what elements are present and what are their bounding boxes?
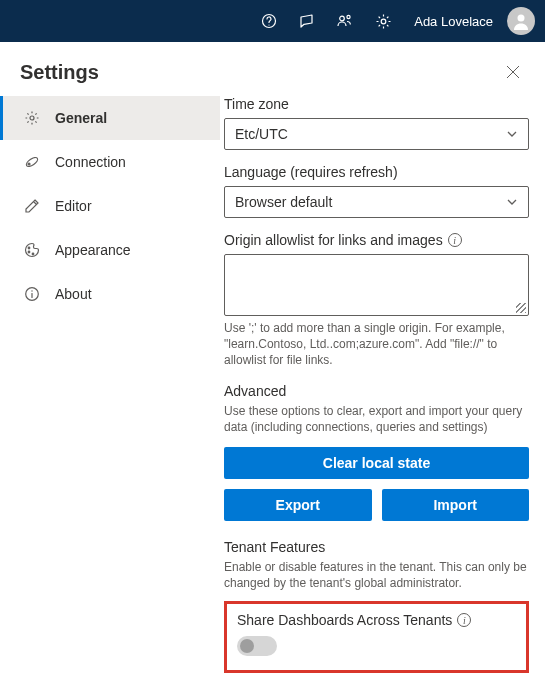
svg-point-10	[28, 251, 30, 253]
svg-point-13	[31, 290, 32, 291]
chevron-down-icon	[506, 128, 518, 140]
svg-point-5	[518, 15, 525, 22]
clear-local-state-button[interactable]: Clear local state	[224, 447, 529, 479]
info-icon	[23, 285, 41, 303]
user-name[interactable]: Ada Lovelace	[404, 14, 499, 29]
svg-point-9	[28, 247, 30, 249]
sidebar-item-label: Appearance	[55, 242, 131, 258]
svg-point-4	[381, 19, 386, 24]
origin-hint: Use ';' to add more than a single origin…	[224, 320, 529, 369]
advanced-desc: Use these options to clear, export and i…	[224, 403, 529, 435]
language-select[interactable]: Browser default	[224, 186, 529, 218]
language-label: Language (requires refresh)	[224, 164, 529, 180]
avatar[interactable]	[507, 7, 535, 35]
svg-point-1	[269, 24, 270, 25]
settings-content: Time zone Etc/UTC Language (requires ref…	[220, 92, 545, 693]
tenant-features-title: Tenant Features	[224, 539, 529, 555]
panel-header: Settings	[0, 42, 545, 92]
sidebar-item-appearance[interactable]: Appearance	[0, 228, 220, 272]
import-button[interactable]: Import	[382, 489, 530, 521]
sidebar-item-about[interactable]: About	[0, 272, 220, 316]
feedback-icon[interactable]	[290, 4, 324, 38]
sidebar-item-label: Editor	[55, 198, 92, 214]
sidebar-item-label: General	[55, 110, 107, 126]
svg-point-11	[32, 253, 34, 255]
language-value: Browser default	[235, 194, 332, 210]
origin-allowlist-input[interactable]	[224, 254, 529, 316]
sidebar-item-connection[interactable]: Connection	[0, 140, 220, 184]
chevron-down-icon	[506, 196, 518, 208]
pencil-icon	[23, 197, 41, 215]
svg-point-8	[28, 163, 30, 165]
people-icon[interactable]	[328, 4, 362, 38]
info-icon[interactable]: i	[448, 233, 462, 247]
connection-icon	[23, 153, 41, 171]
svg-point-2	[340, 16, 345, 21]
export-button[interactable]: Export	[224, 489, 372, 521]
top-bar: Ada Lovelace	[0, 0, 545, 42]
sidebar-item-label: About	[55, 286, 92, 302]
svg-point-7	[25, 156, 39, 168]
timezone-value: Etc/UTC	[235, 126, 288, 142]
settings-sidebar: General Connection Editor	[0, 92, 220, 693]
sidebar-item-general[interactable]: General	[0, 96, 220, 140]
tenant-features-desc: Enable or disable features in the tenant…	[224, 559, 529, 591]
sidebar-item-label: Connection	[55, 154, 126, 170]
advanced-title: Advanced	[224, 383, 529, 399]
palette-icon	[23, 241, 41, 259]
origin-label: Origin allowlist for links and images i	[224, 232, 529, 248]
svg-point-6	[30, 116, 34, 120]
gear-icon	[23, 109, 41, 127]
share-dashboards-highlight: Share Dashboards Across Tenants i	[224, 601, 529, 673]
help-icon[interactable]	[252, 4, 286, 38]
info-icon[interactable]: i	[457, 613, 471, 627]
panel-title: Settings	[20, 61, 99, 84]
timezone-label: Time zone	[224, 96, 529, 112]
close-icon[interactable]	[501, 60, 525, 84]
svg-point-3	[347, 15, 350, 18]
sidebar-item-editor[interactable]: Editor	[0, 184, 220, 228]
timezone-select[interactable]: Etc/UTC	[224, 118, 529, 150]
settings-gear-icon[interactable]	[366, 4, 400, 38]
share-dashboards-toggle[interactable]	[237, 636, 277, 656]
share-dashboards-label: Share Dashboards Across Tenants i	[237, 612, 516, 628]
